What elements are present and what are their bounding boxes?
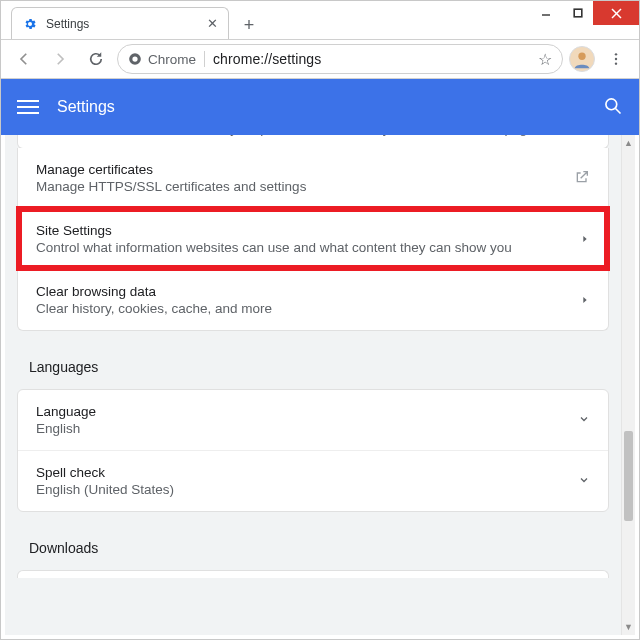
new-tab-button[interactable]: +	[235, 11, 263, 39]
bookmark-star-icon[interactable]: ☆	[538, 50, 552, 69]
profile-avatar[interactable]	[569, 46, 595, 72]
scroll-up-arrow-icon[interactable]: ▲	[622, 135, 635, 151]
close-tab-icon[interactable]: ✕	[207, 16, 218, 31]
svg-line-11	[616, 108, 621, 113]
window-maximize-button[interactable]	[563, 1, 593, 25]
gear-icon	[22, 16, 38, 32]
row-desc: Manage HTTPS/SSL certificates and settin…	[36, 179, 564, 194]
tab-title: Settings	[46, 17, 199, 31]
site-chip-label: Chrome	[148, 52, 196, 67]
chevron-right-icon	[580, 232, 590, 247]
cookies-row-cutoff: Uses cookies to remember your preference…	[17, 135, 609, 149]
scroll-down-arrow-icon[interactable]: ▼	[622, 619, 635, 635]
row-title: Language	[36, 404, 568, 419]
chevron-down-icon	[578, 413, 590, 428]
scrollbar-track[interactable]	[622, 151, 635, 619]
svg-point-9	[615, 62, 617, 64]
spell-check-row[interactable]: Spell check English (United States)	[18, 450, 608, 511]
downloads-section-label: Downloads	[29, 540, 597, 556]
svg-point-6	[578, 53, 585, 60]
svg-point-5	[132, 56, 137, 61]
svg-rect-1	[574, 9, 582, 17]
svg-point-10	[606, 98, 617, 109]
settings-scroll-area[interactable]: Uses cookies to remember your preference…	[5, 135, 621, 635]
chevron-down-icon	[578, 474, 590, 489]
clear-browsing-data-row[interactable]: Clear browsing data Clear history, cooki…	[18, 269, 608, 330]
row-desc: Control what information websites can us…	[36, 240, 570, 255]
site-chip[interactable]: Chrome	[128, 52, 196, 67]
url-text: chrome://settings	[213, 51, 530, 67]
tab-settings[interactable]: Settings ✕	[11, 7, 229, 39]
kebab-menu-button[interactable]	[601, 44, 631, 74]
window-minimize-button[interactable]	[529, 1, 563, 25]
row-title: Spell check	[36, 465, 568, 480]
page-title: Settings	[57, 98, 115, 116]
back-button[interactable]	[9, 44, 39, 74]
chevron-right-icon	[580, 293, 590, 308]
row-title: Manage certificates	[36, 162, 564, 177]
search-button[interactable]	[603, 96, 623, 119]
language-row[interactable]: Language English	[18, 390, 608, 450]
scrollbar-thumb[interactable]	[624, 431, 633, 521]
svg-line-3	[612, 9, 621, 18]
forward-button[interactable]	[45, 44, 75, 74]
site-settings-row[interactable]: Site Settings Control what information w…	[18, 208, 608, 269]
manage-certificates-row[interactable]: Manage certificates Manage HTTPS/SSL cer…	[18, 148, 608, 208]
svg-line-2	[612, 9, 621, 18]
window-close-button[interactable]	[593, 1, 639, 25]
settings-appbar: Settings	[1, 79, 639, 135]
vertical-scrollbar[interactable]: ▲ ▼	[621, 135, 635, 635]
chrome-logo-icon	[128, 52, 142, 66]
row-desc: Clear history, cookies, cache, and more	[36, 301, 570, 316]
svg-point-7	[615, 53, 617, 55]
reload-button[interactable]	[81, 44, 111, 74]
row-value: English	[36, 421, 568, 436]
svg-point-4	[129, 53, 141, 65]
address-bar[interactable]: Chrome chrome://settings ☆	[117, 44, 563, 74]
hamburger-menu-button[interactable]	[17, 100, 39, 114]
row-title: Clear browsing data	[36, 284, 570, 299]
row-title: Site Settings	[36, 223, 570, 238]
omnibox-divider	[204, 51, 205, 67]
external-link-icon	[574, 169, 590, 188]
svg-point-8	[615, 58, 617, 60]
browser-toolbar: Chrome chrome://settings ☆	[1, 39, 639, 79]
languages-section-label: Languages	[29, 359, 597, 375]
row-value: English (United States)	[36, 482, 568, 497]
